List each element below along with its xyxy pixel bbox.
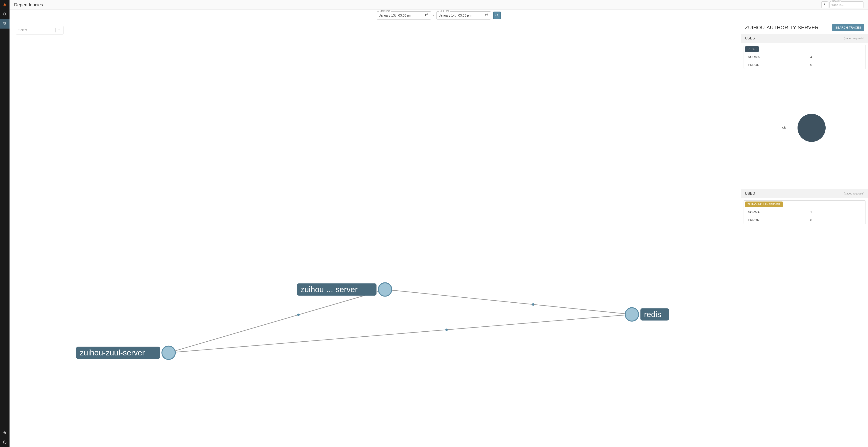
end-time-field: End Time (436, 11, 491, 20)
graph-edge (168, 290, 385, 353)
start-time-label: Start Time (379, 10, 391, 12)
node-label: zuihou-zuul-server (80, 348, 145, 357)
graph-node[interactable]: zuihou-zuul-server (76, 346, 175, 359)
trace-id-input[interactable] (830, 1, 864, 8)
content: Select... zuihou-zuul-serverzuihou-...-s… (9, 21, 868, 447)
search-traces-button[interactable]: SEARCH TRACES (832, 24, 864, 31)
app-logo (0, 0, 9, 9)
uses-item: REDIS NORMAL 4 ERROR 0 (744, 45, 866, 69)
svg-point-2 (625, 308, 639, 321)
used-item: ZUIHOU-ZUUL-SERVER NORMAL 1 ERROR 0 (744, 200, 866, 224)
page-title: Dependencies (14, 2, 43, 7)
timebar: Start Time - End Time (9, 9, 868, 21)
edge-marker (445, 328, 448, 331)
uses-heading: USES (745, 36, 755, 40)
sidebar (0, 0, 9, 447)
nav-github[interactable] (0, 438, 9, 447)
end-time-label: End Time (439, 10, 450, 12)
uses-chip[interactable]: REDIS (745, 46, 759, 52)
stat-row-error: ERROR 0 (744, 61, 866, 69)
graph-edge (168, 315, 632, 353)
svg-point-1 (378, 283, 392, 296)
end-time-input[interactable] (439, 13, 485, 17)
node-label: redis (644, 310, 661, 319)
trace-id-label: Trace ID (831, 0, 841, 2)
search-icon (495, 13, 499, 17)
nav-search[interactable] (0, 9, 9, 19)
stat-row-error: ERROR 0 (744, 216, 866, 224)
time-separator: - (433, 13, 434, 17)
sidebar-nav (0, 9, 9, 29)
nav-home[interactable] (0, 428, 9, 438)
trace-id-field: Trace ID (830, 1, 864, 8)
used-chip[interactable]: ZUIHOU-ZUUL-SERVER (745, 202, 783, 207)
stat-row-normal: NORMAL 1 (744, 208, 866, 216)
graph-area: Select... zuihou-zuul-serverzuihou-...-s… (9, 21, 741, 447)
graph-edge (385, 290, 632, 315)
upload-button[interactable] (821, 1, 828, 8)
graph-node[interactable]: redis (625, 308, 669, 321)
svg-point-0 (162, 346, 175, 359)
edge-marker (532, 303, 534, 306)
detail-panel: ZUIHOU-AUTHORITY-SERVER SEARCH TRACES US… (741, 21, 868, 447)
edge-marker (297, 314, 300, 316)
node-label: zuihou-...-server (301, 285, 358, 294)
calendar-icon[interactable] (425, 13, 429, 18)
used-section: USED (traced requests) ZUIHOU-ZUUL-SERVE… (741, 189, 868, 227)
start-time-input[interactable] (379, 13, 425, 17)
upload-icon (823, 3, 827, 7)
dependency-graph[interactable]: zuihou-zuul-serverzuihou-...-serverredis (9, 21, 741, 447)
traced-hint: (traced requests) (844, 192, 864, 195)
uses-pie-chart: redis (744, 69, 866, 187)
main: Dependencies Trace ID Start Time - End T… (9, 0, 868, 447)
traced-hint: (traced requests) (844, 37, 864, 40)
used-heading: USED (745, 191, 755, 196)
calendar-icon[interactable] (485, 13, 488, 18)
detail-title: ZUIHOU-AUTHORITY-SERVER (745, 25, 819, 31)
topbar: Dependencies Trace ID (9, 0, 868, 9)
start-time-field: Start Time (377, 11, 431, 20)
stat-row-normal: NORMAL 4 (744, 53, 866, 61)
uses-section: USES (traced requests) REDIS NORMAL 4 ER (741, 34, 868, 189)
nav-dependencies[interactable] (0, 19, 9, 29)
pie-label: redis (782, 126, 786, 129)
search-button[interactable] (493, 11, 501, 19)
graph-node[interactable]: zuihou-...-server (297, 283, 392, 296)
